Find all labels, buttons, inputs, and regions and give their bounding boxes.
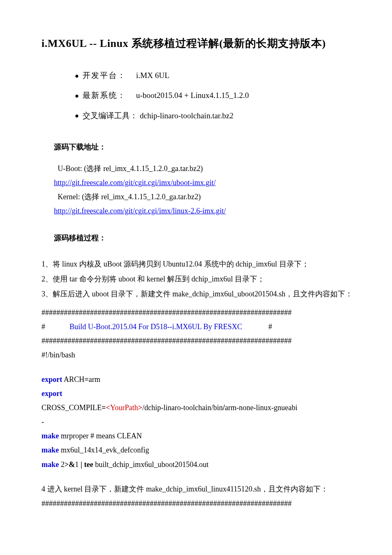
bullet-tool-label: 交叉编译工具： (83, 111, 138, 120)
hash-divider-top: ########################################… (41, 306, 392, 320)
step-3: 3、解压后进入 uboot 目录下，新建文件 make_dchip_imx6ul… (41, 286, 392, 301)
cross-compile-line: CROSS_COMPILE=<YourPath>/dchip-linaro-to… (41, 401, 392, 415)
make-mrproper-line: make mrproper # means CLEAN (41, 429, 392, 443)
export-arch-line: export ARCH=arm (41, 372, 392, 386)
hash-divider-mid: ########################################… (41, 334, 392, 348)
step-4: 4 进入 kernel 目录下，新建文件 make_dchip_imx6ul_l… (41, 482, 392, 496)
page-title: i.MX6UL -- Linux 系统移植过程详解(最新的长期支持版本) (41, 33, 392, 54)
make-defconfig-line: make mx6ul_14x14_evk_defconfig (41, 443, 392, 457)
step-2: 2、使用 tar 命令分别将 uboot 和 kernel 解压到 dchip_… (41, 271, 392, 286)
export-cross-line: export (41, 386, 392, 401)
bullet-system-label: 最新系统： (83, 91, 126, 100)
bullet-system: • 最新系统： u-boot2015.04 + Linux4.1.15_1.2.… (75, 88, 392, 103)
step-1: 1、将 linux 内核及 uBoot 源码拷贝到 Ubuntu12.04 系统… (41, 257, 392, 271)
bullet-platform-label: 开发平台： (83, 71, 126, 80)
proc-header: 源码移植过程： (54, 231, 392, 245)
kernel-source-link[interactable]: http://git.freescale.com/git/cgit.cgi/im… (54, 207, 226, 215)
banner-line: # Build U-Boot.2015.04 For D518--i.MX6UL… (41, 320, 392, 334)
bullet-platform: • 开发平台： i.MX 6UL (75, 68, 392, 83)
source-header: 源码下载地址： (54, 140, 392, 154)
proc-steps: 1、将 linux 内核及 uBoot 源码拷贝到 Ubuntu12.04 系统… (41, 257, 392, 301)
source-block: U-Boot: (选择 rel_imx_4.1.15_1.2.0_ga.tar.… (41, 161, 392, 218)
bullet-tool: • 交叉编译工具： dchip-linaro-toolchain.tar.bz2 (75, 108, 392, 123)
uboot-source-label: U-Boot: (选择 rel_imx_4.1.15_1.2.0_ga.tar.… (54, 161, 392, 176)
bullet-system-value: u-boot2015.04 + Linux4.1.15_1.2.0 (136, 91, 249, 100)
bullet-platform-value: i.MX 6UL (136, 71, 169, 80)
bullet-tool-value: dchip-linaro-toolchain.tar.bz2 (140, 111, 234, 120)
make-tee-line: make 2>&1 | tee built_dchip_imx6ul_uboot… (41, 457, 392, 472)
shebang-line: #!/bin/bash (41, 348, 392, 362)
kernel-source-label: Kernel: (选择 rel_imx_4.1.15_1.2.0_ga.tar.… (54, 190, 392, 204)
uboot-source-link[interactable]: http://git.freescale.com/git/cgit.cgi/im… (54, 178, 216, 187)
bullets-list: • 开发平台： i.MX 6UL • 最新系统： u-boot2015.04 +… (75, 68, 392, 123)
trailing-dash: - (41, 415, 392, 429)
hash-divider-bottom: ########################################… (41, 496, 392, 511)
